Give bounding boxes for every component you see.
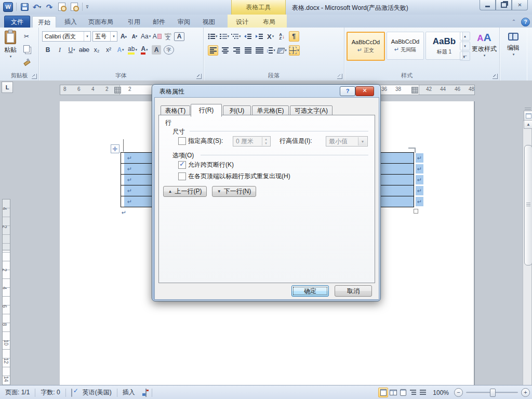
clipboard-dialog-launcher[interactable] xyxy=(32,74,37,79)
page-indicator[interactable]: 页面: 1/1 xyxy=(0,388,35,397)
dialog-tab-row[interactable]: 行(R) xyxy=(191,104,222,117)
styles-more-button[interactable]: —▾ xyxy=(460,51,470,61)
shading-button[interactable]: ▾ xyxy=(277,46,287,55)
styles-dialog-launcher[interactable] xyxy=(493,74,498,79)
styles-scroll-up-button[interactable]: ▴ xyxy=(460,32,470,41)
sort-button[interactable]: AZ↓ xyxy=(277,32,287,41)
view-draft-button[interactable] xyxy=(418,388,428,397)
dialog-help-button[interactable]: ? xyxy=(340,86,355,96)
table-column-marker[interactable] xyxy=(114,87,121,94)
align-left-button[interactable] xyxy=(208,45,218,56)
editing-button[interactable]: 编辑 ▾ xyxy=(503,33,524,57)
align-center-button[interactable] xyxy=(220,46,230,55)
macro-record-button[interactable] xyxy=(140,389,152,396)
show-hide-marks-button[interactable]: ¶ xyxy=(289,31,299,42)
quick-print-button[interactable] xyxy=(70,2,79,11)
distribute-button[interactable] xyxy=(255,46,264,55)
text-effects-button[interactable]: A▾ xyxy=(116,45,125,55)
tab-references[interactable]: 引用 xyxy=(123,16,145,28)
repeat-header-checkbox[interactable] xyxy=(178,172,186,180)
undo-button[interactable]: ↶▾ xyxy=(32,2,42,11)
zoom-slider-thumb[interactable] xyxy=(490,389,496,397)
phonetic-guide-button[interactable]: wén文 xyxy=(163,32,172,41)
word-count[interactable]: 字数: 0 xyxy=(35,388,65,397)
enclose-characters-button[interactable]: 字 xyxy=(164,45,174,55)
zoom-out-button[interactable]: − xyxy=(454,388,463,397)
restore-button[interactable] xyxy=(496,0,512,10)
minimize-button[interactable] xyxy=(480,0,496,10)
font-family-combo[interactable]: Calibri (西文▾ xyxy=(42,31,91,42)
change-case-button[interactable]: Aa▾ xyxy=(141,32,151,41)
line-spacing-button[interactable]: ↕▾ xyxy=(266,46,275,55)
view-outline-button[interactable] xyxy=(408,388,418,397)
subscript-button[interactable]: x₂ xyxy=(92,45,101,55)
align-right-button[interactable] xyxy=(232,46,241,55)
style-card-normal[interactable]: AaBbCcDd ↵ 正文 xyxy=(347,32,385,61)
tab-review[interactable]: 审阅 xyxy=(172,16,195,28)
bold-button[interactable]: B xyxy=(43,45,52,55)
tab-home[interactable]: 开始 xyxy=(32,16,56,28)
asian-layout-button[interactable]: X▾ xyxy=(266,32,275,41)
zoom-slider-track[interactable] xyxy=(466,392,518,393)
dialog-close-button[interactable]: ✕ xyxy=(355,86,374,96)
previous-row-button[interactable]: ▲上一行(P) xyxy=(163,186,207,197)
paste-button[interactable]: 粘贴 ▾ xyxy=(2,31,19,59)
word-logo-icon[interactable]: W xyxy=(3,2,13,12)
tab-table-layout[interactable]: 布局 xyxy=(258,16,281,28)
table-move-handle[interactable]: ✛ xyxy=(111,144,119,153)
format-painter-button[interactable] xyxy=(22,57,31,66)
strikethrough-button[interactable]: abe xyxy=(79,45,89,55)
view-print-layout-button[interactable] xyxy=(378,388,388,397)
ok-button[interactable]: 确定 xyxy=(291,285,329,297)
next-row-button[interactable]: ▼下一行(N) xyxy=(212,186,256,197)
copy-button[interactable] xyxy=(22,44,31,54)
allow-row-break-checkbox[interactable]: ✓ xyxy=(178,161,186,169)
ruler-toggle-button[interactable] xyxy=(524,111,532,121)
scrollbar-track[interactable]: ▲ xyxy=(523,121,532,385)
customize-quick-access-button[interactable]: ⊽ xyxy=(86,5,89,9)
increase-indent-button[interactable] xyxy=(255,32,264,41)
table-column-marker[interactable] xyxy=(411,87,418,94)
style-card-no-spacing[interactable]: AaBbCcDd ↵ 无间隔 xyxy=(387,32,424,60)
cancel-button[interactable]: 取消 xyxy=(335,285,372,297)
view-fullscreen-reading-button[interactable] xyxy=(388,388,398,397)
specify-height-checkbox[interactable] xyxy=(178,137,186,145)
character-shading-button[interactable]: A xyxy=(152,45,161,55)
bullets-button[interactable]: ▾ xyxy=(208,32,218,41)
tab-file[interactable]: 文件 xyxy=(4,16,30,28)
minimize-ribbon-button[interactable]: ⌃ xyxy=(510,19,518,26)
borders-button[interactable]: ▾ xyxy=(289,45,300,56)
tab-view[interactable]: 视图 xyxy=(197,16,220,28)
view-web-layout-button[interactable] xyxy=(398,388,408,397)
character-border-button[interactable]: A xyxy=(174,32,184,41)
zoom-in-button[interactable]: + xyxy=(521,388,530,397)
help-button[interactable]: ? xyxy=(521,18,530,26)
insert-mode-toggle[interactable]: 插入 xyxy=(117,388,140,397)
save-button[interactable] xyxy=(20,2,29,11)
style-card-heading1[interactable]: AaBb 标题 1 xyxy=(425,32,463,60)
font-color-button[interactable]: A▾ xyxy=(140,45,149,55)
grow-font-button[interactable]: A▴ xyxy=(119,32,128,41)
superscript-button[interactable]: x² xyxy=(104,45,113,55)
table-resize-handle[interactable] xyxy=(414,209,418,214)
close-button[interactable]: ✕ xyxy=(512,0,528,10)
tab-table-design[interactable]: 设计 xyxy=(231,16,254,28)
clear-formatting-button[interactable]: A xyxy=(152,32,162,41)
zoom-level[interactable]: 100% xyxy=(428,389,450,396)
font-size-combo[interactable]: 五号▾ xyxy=(92,31,117,42)
scroll-up-button[interactable]: ▲ xyxy=(524,120,532,129)
italic-button[interactable]: I xyxy=(55,45,64,55)
tab-insert[interactable]: 插入 xyxy=(59,16,82,28)
print-preview-button[interactable] xyxy=(57,2,66,11)
tab-page-layout[interactable]: 页面布局 xyxy=(83,16,118,28)
shrink-font-button[interactable]: A▾ xyxy=(130,32,139,41)
decrease-indent-button[interactable] xyxy=(243,32,252,41)
tab-stop-selector[interactable]: L xyxy=(2,82,13,93)
scrollbar-thumb[interactable] xyxy=(524,145,532,265)
cut-button[interactable]: ✂ xyxy=(22,32,31,41)
proofing-status[interactable] xyxy=(66,389,77,396)
highlight-button[interactable]: ab▾ xyxy=(128,45,137,55)
styles-scroll-down-button[interactable]: ▾ xyxy=(460,42,470,50)
font-dialog-launcher[interactable] xyxy=(196,74,202,79)
multilevel-list-button[interactable]: ▾ xyxy=(231,32,241,41)
